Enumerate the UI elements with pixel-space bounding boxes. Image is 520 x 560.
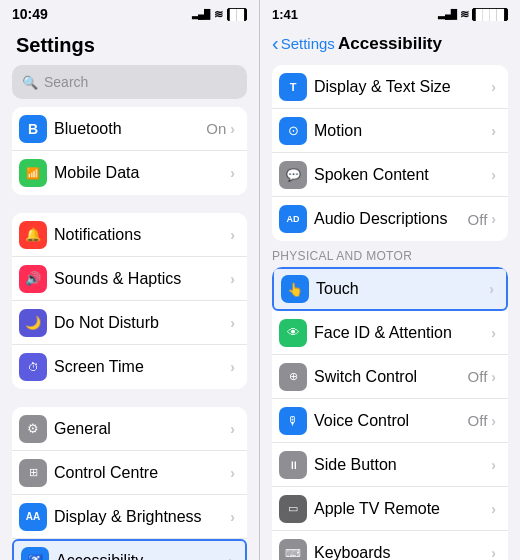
keyboards-chevron: › — [491, 545, 496, 560]
sounds-icon-wrap: 🔊 — [12, 265, 54, 293]
dnd-label: Do Not Disturb — [54, 314, 230, 332]
right-status-icons: ▂▄█ ≋ ████ — [438, 8, 508, 21]
notifications-label: Notifications — [54, 226, 230, 244]
audio-desc-icon: AD — [279, 205, 307, 233]
faceid-atten-icon-wrap: 👁 — [272, 319, 314, 347]
sounds-label: Sounds & Haptics — [54, 270, 230, 288]
voice-control-chevron: › — [491, 413, 496, 429]
settings-item-bluetooth[interactable]: B Bluetooth On › — [12, 107, 247, 151]
notifications-chevron: › — [230, 227, 235, 243]
settings-item-sounds[interactable]: 🔊 Sounds & Haptics › — [12, 257, 247, 301]
touch-label: Touch — [316, 280, 489, 298]
left-settings-list: B Bluetooth On › 📶 Mobile Data › — [0, 107, 259, 560]
right-panel: 1:41 ▂▄█ ≋ ████ ‹ Settings Accessibility… — [260, 0, 520, 560]
accessibility-label: Accessibility — [56, 552, 228, 560]
left-time: 10:49 — [12, 6, 48, 22]
general-label: General — [54, 420, 230, 438]
battery-icon: ██ — [227, 8, 247, 21]
settings-item-screen-time[interactable]: ⏱ Screen Time › — [12, 345, 247, 389]
left-group-2: 🔔 Notifications › 🔊 Sounds & Haptics › 🌙 — [0, 213, 259, 389]
right-item-switch-control[interactable]: ⊕ Switch Control Off › — [272, 355, 508, 399]
faceid-atten-chevron: › — [491, 325, 496, 341]
switch-control-icon: ⊕ — [279, 363, 307, 391]
settings-item-mobile-data[interactable]: 📶 Mobile Data › — [12, 151, 247, 195]
mobile-data-icon: 📶 — [19, 159, 47, 187]
appletv-chevron: › — [491, 501, 496, 517]
voice-control-label: Voice Control — [314, 412, 468, 430]
control-centre-icon-wrap: ⊞ — [12, 459, 54, 487]
right-item-faceid-atten[interactable]: 👁 Face ID & Attention › — [272, 311, 508, 355]
right-item-spoken[interactable]: 💬 Spoken Content › — [272, 153, 508, 197]
mobile-data-chevron: › — [230, 165, 235, 181]
control-centre-chevron: › — [230, 465, 235, 481]
right-wifi-icon: ≋ — [460, 8, 469, 21]
right-signal-icon: ▂▄█ — [438, 9, 456, 19]
settings-item-notifications[interactable]: 🔔 Notifications › — [12, 213, 247, 257]
right-nav-header: ‹ Settings Accessibility — [260, 28, 520, 63]
spoken-icon-wrap: 💬 — [272, 161, 314, 189]
right-section-2: 👆 Touch › 👁 Face ID & Attention › ⊕ Swit… — [272, 267, 508, 560]
left-group-2-items: 🔔 Notifications › 🔊 Sounds & Haptics › 🌙 — [12, 213, 247, 389]
screen-time-icon-wrap: ⏱ — [12, 353, 54, 381]
left-group-1: B Bluetooth On › 📶 Mobile Data › — [0, 107, 259, 195]
keyboards-label: Keyboards — [314, 544, 491, 560]
display-icon: AA — [19, 503, 47, 531]
switch-control-value: Off — [468, 368, 488, 385]
motion-label: Motion — [314, 122, 491, 140]
left-search-bar[interactable]: 🔍 Search — [12, 65, 247, 99]
display-text-icon-wrap: T — [272, 73, 314, 101]
audio-desc-value: Off — [468, 211, 488, 228]
appletv-icon-wrap: ▭ — [272, 495, 314, 523]
voice-control-icon-wrap: 🎙 — [272, 407, 314, 435]
right-item-appletv[interactable]: ▭ Apple TV Remote › — [272, 487, 508, 531]
motion-chevron: › — [491, 123, 496, 139]
left-group-3: ⚙ General › ⊞ Control Centre › AA D — [0, 407, 259, 560]
touch-chevron: › — [489, 281, 494, 297]
voice-control-value: Off — [468, 412, 488, 429]
bluetooth-icon-wrap: B — [12, 115, 54, 143]
mobile-data-icon-wrap: 📶 — [12, 159, 54, 187]
right-item-audio-desc[interactable]: AD Audio Descriptions Off › — [272, 197, 508, 241]
left-status-bar: 10:49 ▂▄█ ≋ ██ — [0, 0, 259, 28]
settings-item-general[interactable]: ⚙ General › — [12, 407, 247, 451]
general-icon-wrap: ⚙ — [12, 415, 54, 443]
bluetooth-label: Bluetooth — [54, 120, 206, 138]
spoken-chevron: › — [491, 167, 496, 183]
right-item-display-text[interactable]: T Display & Text Size › — [272, 65, 508, 109]
switch-control-label: Switch Control — [314, 368, 468, 386]
right-item-keyboards[interactable]: ⌨ Keyboards › — [272, 531, 508, 560]
voice-control-icon: 🎙 — [279, 407, 307, 435]
right-item-side-button[interactable]: ⏸ Side Button › — [272, 443, 508, 487]
display-text-icon: T — [279, 73, 307, 101]
side-button-icon: ⏸ — [279, 451, 307, 479]
general-chevron: › — [230, 421, 235, 437]
bluetooth-value: On — [206, 120, 226, 137]
display-text-chevron: › — [491, 79, 496, 95]
signal-icon: ▂▄█ — [192, 9, 210, 19]
screen-time-label: Screen Time — [54, 358, 230, 376]
display-chevron: › — [230, 509, 235, 525]
settings-item-display[interactable]: AA Display & Brightness › — [12, 495, 247, 539]
search-placeholder: Search — [44, 74, 88, 90]
appletv-label: Apple TV Remote — [314, 500, 491, 518]
right-accessibility-list: T Display & Text Size › ⊙ Motion › 💬 Spo… — [260, 63, 520, 560]
screen-time-chevron: › — [230, 359, 235, 375]
back-chevron-icon: ‹ — [272, 32, 279, 55]
settings-item-accessibility[interactable]: ♿ Accessibility › — [12, 539, 247, 560]
right-item-voice-control[interactable]: 🎙 Voice Control Off › — [272, 399, 508, 443]
notif-icon-wrap: 🔔 — [12, 221, 54, 249]
right-section-1: T Display & Text Size › ⊙ Motion › 💬 Spo… — [272, 65, 508, 241]
right-battery-icon: ████ — [472, 8, 508, 21]
right-item-touch[interactable]: 👆 Touch › — [272, 267, 508, 311]
right-item-motion[interactable]: ⊙ Motion › — [272, 109, 508, 153]
settings-item-control-centre[interactable]: ⊞ Control Centre › — [12, 451, 247, 495]
display-icon-wrap: AA — [12, 503, 54, 531]
touch-icon: 👆 — [281, 275, 309, 303]
touch-icon-wrap: 👆 — [274, 275, 316, 303]
back-button[interactable]: ‹ Settings — [272, 32, 335, 55]
wifi-icon: ≋ — [214, 8, 223, 21]
settings-item-dnd[interactable]: 🌙 Do Not Disturb › — [12, 301, 247, 345]
side-button-icon-wrap: ⏸ — [272, 451, 314, 479]
control-centre-icon: ⊞ — [19, 459, 47, 487]
audio-desc-icon-wrap: AD — [272, 205, 314, 233]
